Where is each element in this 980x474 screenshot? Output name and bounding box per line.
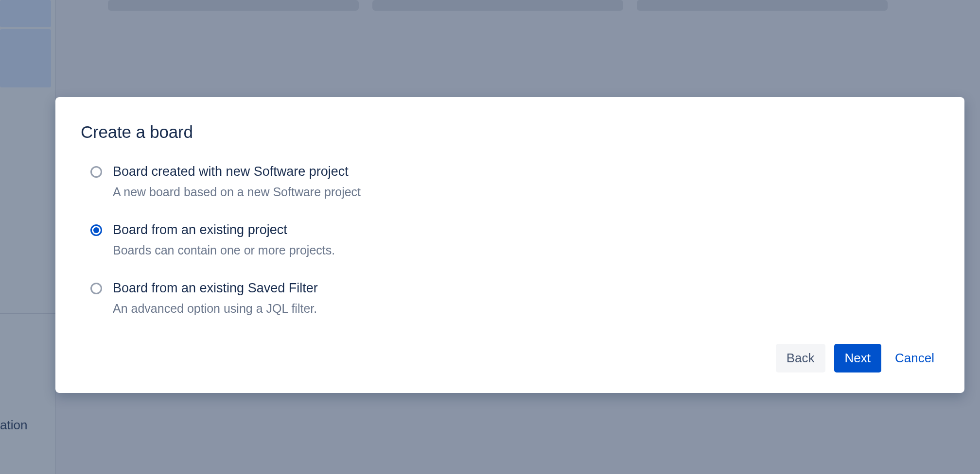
radio-saved-filter[interactable] [90, 283, 102, 294]
option-label[interactable]: Board from an existing project [113, 222, 335, 237]
modal-title: Create a board [81, 122, 939, 142]
next-button[interactable]: Next [834, 344, 881, 372]
board-options-group: Board created with new Software project … [81, 164, 939, 316]
option-existing-project[interactable]: Board from an existing project Boards ca… [90, 222, 939, 257]
option-description: An advanced option using a JQL filter. [113, 302, 318, 316]
option-description: A new board based on a new Software proj… [113, 185, 361, 199]
option-text-container: Board from an existing Saved Filter An a… [113, 281, 318, 316]
option-saved-filter[interactable]: Board from an existing Saved Filter An a… [90, 281, 939, 316]
option-text-container: Board created with new Software project … [113, 164, 361, 199]
radio-existing-project[interactable] [90, 224, 102, 236]
option-label[interactable]: Board from an existing Saved Filter [113, 281, 318, 296]
modal-footer: Back Next Cancel [81, 344, 939, 372]
option-text-container: Board from an existing project Boards ca… [113, 222, 335, 257]
cancel-button[interactable]: Cancel [890, 344, 939, 372]
option-label[interactable]: Board created with new Software project [113, 164, 361, 179]
radio-new-software-project[interactable] [90, 166, 102, 178]
back-button[interactable]: Back [776, 344, 825, 372]
create-board-modal: Create a board Board created with new So… [55, 97, 964, 393]
option-new-software-project[interactable]: Board created with new Software project … [90, 164, 939, 199]
option-description: Boards can contain one or more projects. [113, 243, 335, 257]
